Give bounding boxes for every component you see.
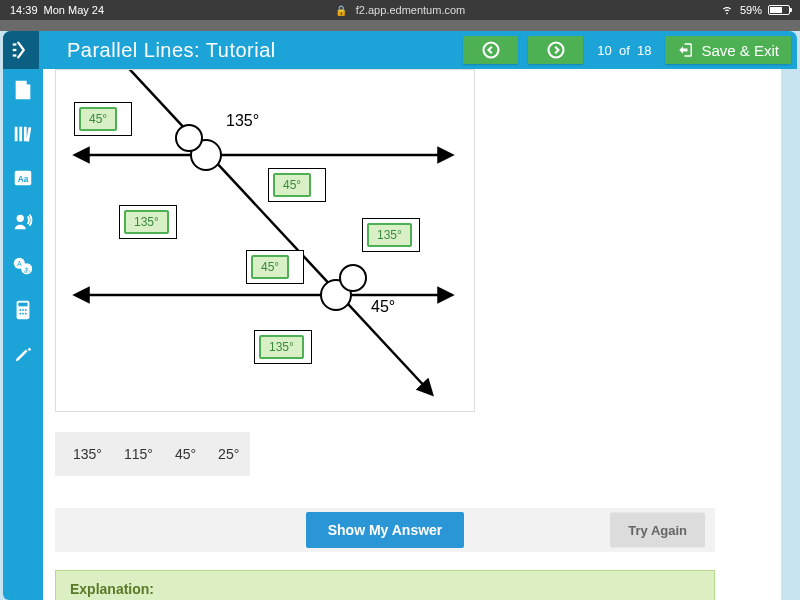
angle-chip[interactable]: 45° — [79, 107, 117, 131]
exit-icon — [677, 41, 695, 59]
status-battery-pct: 59% — [740, 4, 762, 16]
explanation-label: Explanation: — [70, 581, 154, 597]
svg-point-18 — [22, 313, 24, 315]
browser-chrome-gap — [0, 20, 800, 31]
dictionary-tool[interactable]: Aa — [10, 165, 36, 191]
svg-point-15 — [22, 309, 24, 311]
page-total: 18 — [637, 43, 651, 58]
try-again-button[interactable]: Try Again — [610, 513, 705, 548]
svg-point-17 — [19, 313, 21, 315]
answer-bank: 135° 115° 45° 25° — [55, 432, 250, 476]
angle-chip[interactable]: 45° — [251, 255, 289, 279]
dropzone-5[interactable]: 135° — [362, 218, 420, 252]
svg-point-3 — [483, 43, 498, 58]
library-tool[interactable] — [10, 121, 36, 147]
highlighter-tool[interactable] — [10, 341, 36, 367]
page-counter: 10 of 18 — [593, 43, 655, 58]
diagram-panel[interactable]: 135° 45° 45° 45° 135° 45° 135° 135° — [55, 69, 475, 412]
angle-chip[interactable]: 135° — [259, 335, 304, 359]
dropzone-1[interactable]: 45° — [74, 102, 132, 136]
bank-option[interactable]: 135° — [73, 446, 102, 462]
menu-toggle[interactable] — [3, 31, 39, 69]
status-date: Mon May 24 — [44, 4, 105, 16]
svg-point-26 — [340, 265, 366, 291]
nav-prev-button[interactable] — [463, 36, 518, 64]
svg-text:A: A — [17, 260, 22, 267]
dropzone-3[interactable]: 135° — [119, 205, 177, 239]
page-sep: of — [619, 43, 630, 58]
translate-tool[interactable]: Aあ — [10, 253, 36, 279]
show-answer-button[interactable]: Show My Answer — [306, 512, 465, 548]
angle-label-135-top: 135° — [226, 112, 259, 130]
svg-point-19 — [25, 313, 27, 315]
calculator-tool[interactable] — [10, 297, 36, 323]
status-time: 14:39 — [10, 4, 38, 16]
angle-chip[interactable]: 135° — [367, 223, 412, 247]
save-exit-button[interactable]: Save & Exit — [665, 36, 791, 64]
save-exit-label: Save & Exit — [701, 42, 779, 59]
status-url: f2.app.edmentum.com — [356, 4, 465, 16]
dropzone-4[interactable]: 45° — [246, 250, 304, 284]
lock-icon — [335, 4, 350, 16]
page-title: Parallel Lines: Tutorial — [67, 39, 276, 62]
action-row: Show My Answer Try Again — [55, 508, 715, 552]
svg-point-4 — [548, 43, 563, 58]
svg-point-7 — [17, 215, 24, 222]
svg-point-14 — [19, 309, 21, 311]
dropzone-6[interactable]: 135° — [254, 330, 312, 364]
device-status-bar: 14:39 Mon May 24 f2.app.edmentum.com 59% — [0, 0, 800, 20]
angle-label-45-bottom: 45° — [371, 298, 395, 316]
svg-text:Aa: Aa — [18, 175, 29, 184]
bank-option[interactable]: 45° — [175, 446, 196, 462]
nav-next-button[interactable] — [528, 36, 583, 64]
battery-icon — [768, 5, 790, 15]
app-header: Parallel Lines: Tutorial 10 of 18 Save &… — [3, 31, 797, 69]
svg-point-24 — [176, 125, 202, 151]
tool-sidebar: Aa Aあ — [3, 69, 43, 600]
svg-point-16 — [25, 309, 27, 311]
bank-option[interactable]: 25° — [218, 446, 239, 462]
svg-text:あ: あ — [24, 266, 30, 274]
svg-rect-13 — [18, 303, 27, 307]
bank-option[interactable]: 115° — [124, 446, 153, 462]
right-margin — [781, 69, 797, 600]
notes-tool[interactable] — [10, 77, 36, 103]
wifi-icon — [720, 2, 734, 19]
explanation-panel: Explanation: — [55, 570, 715, 600]
angle-chip[interactable]: 45° — [273, 173, 311, 197]
read-aloud-tool[interactable] — [10, 209, 36, 235]
page-current: 10 — [597, 43, 611, 58]
main-content: 135° 45° 45° 45° 135° 45° 135° 135° 135°… — [43, 69, 797, 600]
dropzone-2[interactable]: 45° — [268, 168, 326, 202]
angle-chip[interactable]: 135° — [124, 210, 169, 234]
